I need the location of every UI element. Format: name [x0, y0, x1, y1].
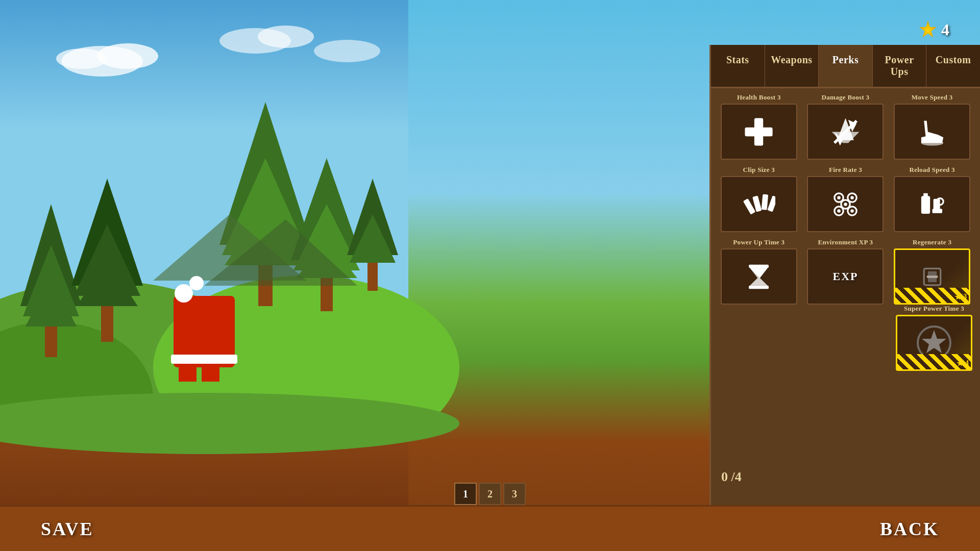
perk-reload-speed: Reload Speed 3: [892, 166, 972, 232]
perk-damage-boost-label: Damage Boost 3: [822, 93, 870, 102]
fire-rate-icon: [829, 188, 862, 221]
svg-point-59: [850, 209, 854, 213]
svg-point-56: [837, 196, 841, 199]
svg-rect-40: [745, 127, 773, 136]
super-power-section: Super Power Time 3 4: [711, 302, 980, 371]
page-selector: 1 2 3: [454, 483, 526, 505]
currency-star-icon: [919, 21, 937, 39]
perk-damage-boost: Damage Boost 3: [805, 93, 886, 160]
tab-perks[interactable]: Perks: [819, 45, 873, 87]
perks-grid: Health Boost 3 Damage Boost 3: [711, 88, 980, 305]
perk-move-speed-button[interactable]: [894, 104, 970, 160]
perk-reload-speed-label: Reload Speed 3: [909, 166, 954, 174]
bullets-icon: [742, 188, 775, 221]
perk-health-boost: Health Boost 3: [719, 93, 799, 160]
perk-powerup-time-button[interactable]: [721, 248, 797, 305]
svg-point-60: [844, 203, 847, 206]
perk-reload-speed-button[interactable]: [894, 176, 970, 232]
bottom-bar: SAVE BACK: [0, 505, 980, 551]
perk-env-xp-label: Environment XP 3: [818, 238, 873, 246]
currency-display: 4: [919, 20, 949, 39]
perk-env-xp: Environment XP 3 EXP: [805, 238, 886, 305]
cost-badge-regenerate: 3: [954, 293, 967, 301]
perk-super-power-time: Super Power Time 3 4: [896, 305, 972, 371]
perk-fire-rate: Fire Rate 3: [805, 166, 886, 232]
svg-rect-72: [926, 276, 938, 278]
svg-rect-66: [749, 264, 769, 268]
perk-clip-size: Clip Size 3: [719, 166, 799, 232]
svg-point-57: [850, 196, 854, 199]
perk-powerup-time-label: Power Up Time 3: [733, 238, 785, 246]
perk-super-power-time-label: Super Power Time 3: [904, 305, 964, 313]
regenerate-cost: 3: [963, 293, 967, 301]
tab-weapons[interactable]: Weapons: [765, 45, 819, 87]
svg-rect-67: [749, 285, 769, 289]
super-cost-star-icon: [957, 360, 964, 367]
reload-icon: [916, 188, 949, 221]
exp-text-icon: EXP: [832, 270, 858, 283]
perk-damage-boost-button[interactable]: [807, 104, 884, 160]
perk-env-xp-button[interactable]: EXP: [807, 248, 884, 305]
super-power-cost: 4: [965, 359, 969, 367]
svg-rect-64: [932, 209, 942, 213]
perk-super-power-button[interactable]: 4: [896, 315, 972, 371]
points-counter: 0 /4: [721, 469, 742, 485]
svg-marker-74: [922, 330, 946, 353]
perk-health-boost-button[interactable]: [721, 104, 797, 160]
currency-count: 4: [941, 20, 949, 39]
perk-fire-rate-button[interactable]: [807, 176, 884, 232]
damage-icon: [829, 115, 862, 148]
perk-clip-size-button[interactable]: [721, 176, 797, 232]
perk-fire-rate-label: Fire Rate 3: [829, 166, 862, 174]
svg-point-46: [921, 140, 943, 145]
tab-powerups[interactable]: Power Ups: [873, 45, 927, 87]
perk-move-speed-label: Move Speed 3: [912, 93, 953, 102]
svg-rect-49: [762, 194, 768, 210]
perk-regenerate-button[interactable]: 3: [894, 248, 970, 305]
perk-move-speed: Move Speed 3: [892, 93, 972, 160]
perk-health-boost-label: Health Boost 3: [737, 93, 781, 102]
svg-marker-69: [750, 268, 768, 278]
svg-rect-50: [768, 195, 776, 212]
svg-rect-62: [923, 193, 928, 197]
boot-icon: [916, 115, 949, 148]
back-button[interactable]: BACK: [880, 518, 939, 540]
health-cross-icon: [742, 115, 775, 148]
hourglass-icon: [742, 260, 775, 293]
tab-custom[interactable]: Custom: [926, 45, 980, 87]
save-button[interactable]: SAVE: [41, 518, 93, 540]
page-btn-3[interactable]: 3: [503, 483, 526, 505]
tab-stats[interactable]: Stats: [711, 45, 765, 87]
perk-clip-size-label: Clip Size 3: [743, 166, 775, 174]
main-panel: Stats Weapons Perks Power Ups Custom Hea…: [709, 45, 980, 551]
perk-powerup-time: Power Up Time 3: [719, 238, 799, 305]
tab-bar: Stats Weapons Perks Power Ups Custom: [711, 45, 980, 88]
perk-regenerate: Regenerate 3 3: [892, 238, 972, 305]
perk-regenerate-label: Regenerate 3: [913, 238, 951, 246]
cost-star-icon: [954, 293, 962, 300]
page-btn-2[interactable]: 2: [479, 483, 501, 505]
svg-rect-61: [921, 196, 929, 214]
cost-badge-super: 4: [957, 359, 969, 367]
page-btn-1[interactable]: 1: [454, 483, 477, 505]
svg-point-58: [837, 209, 841, 213]
